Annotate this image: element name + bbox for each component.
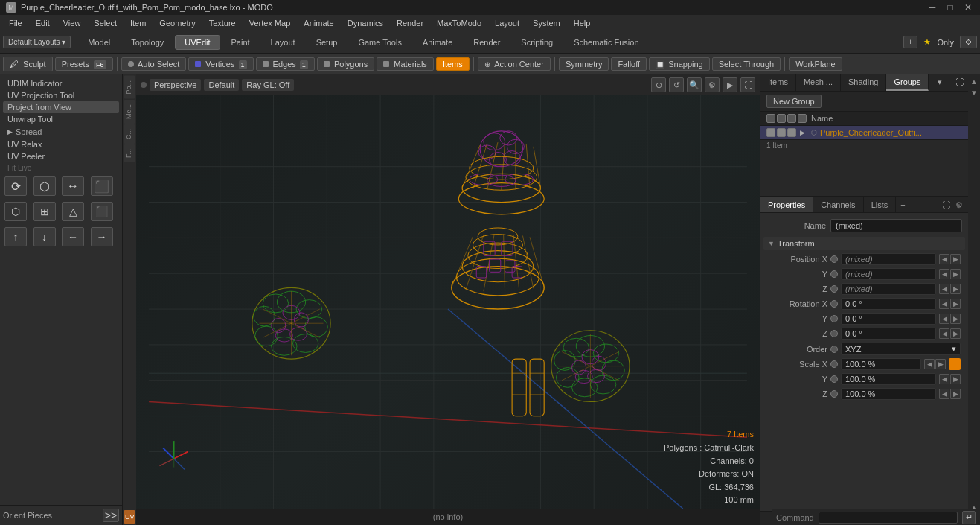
menu-system[interactable]: System	[527, 17, 566, 29]
col-vis-2[interactable]	[777, 114, 786, 123]
tab-uvedit[interactable]: UVEdit	[175, 35, 220, 50]
rp-tab-plus[interactable]: ▾	[933, 74, 947, 91]
scale-z-prev[interactable]: ◀	[939, 389, 949, 399]
add-layout-btn[interactable]: +	[903, 36, 918, 48]
viewport-icon-1[interactable]: ⊙	[651, 77, 666, 92]
pos-z-prev[interactable]: ◀	[939, 284, 949, 294]
menu-view[interactable]: View	[57, 17, 87, 29]
edges-btn[interactable]: Edges 1	[256, 57, 315, 71]
scale-x-circle[interactable]	[830, 360, 838, 368]
tool-icon-2[interactable]: ⬡	[33, 176, 56, 196]
menu-item[interactable]: Item	[124, 17, 152, 29]
rstrip-btn-1[interactable]: ▲	[969, 76, 979, 86]
scale-y-circle[interactable]	[830, 375, 838, 383]
viewport-icon-search[interactable]: 🔍	[687, 77, 702, 92]
snapping-btn[interactable]: 🔲 Snapping	[649, 57, 710, 71]
scale-x-next[interactable]: ▶	[935, 359, 946, 369]
tool-icon-5[interactable]: ⬡	[4, 202, 27, 221]
rp-tab-groups[interactable]: Groups	[886, 74, 929, 91]
rot-y-prev[interactable]: ◀	[939, 314, 949, 324]
rstrip-btn-2[interactable]: ▼	[969, 87, 979, 98]
tool-icon-3[interactable]: ↔	[62, 176, 84, 196]
raygl-label[interactable]: Ray GL: Off	[242, 79, 294, 91]
position-y-value[interactable]: (mixed)	[841, 268, 936, 280]
tab-setup[interactable]: Setup	[307, 35, 348, 50]
scale-y-value[interactable]: 100.0 %	[841, 373, 936, 385]
polygons-btn[interactable]: Polygons	[317, 57, 374, 71]
menu-vertex-map[interactable]: Vertex Map	[243, 17, 297, 29]
scale-y-prev[interactable]: ◀	[939, 374, 949, 384]
viewport-icon-2[interactable]: ↺	[669, 77, 684, 92]
default-label[interactable]: Default	[204, 79, 239, 91]
tool-icon-8[interactable]: ⬛	[91, 202, 113, 221]
arrow-up-icon[interactable]: ↑	[4, 227, 27, 246]
arrow-down-icon[interactable]: ↓	[33, 227, 56, 246]
command-input[interactable]	[819, 512, 958, 524]
menu-layout[interactable]: Layout	[489, 17, 525, 29]
menu-dynamics[interactable]: Dynamics	[342, 17, 389, 29]
default-layouts-dropdown[interactable]: Default Layouts ▾	[3, 36, 71, 48]
menu-edit[interactable]: Edit	[30, 17, 56, 29]
rot-x-next[interactable]: ▶	[950, 299, 961, 309]
menu-maxtomode[interactable]: MaxToModo	[431, 17, 487, 29]
arrow-left-icon[interactable]: ←	[62, 227, 84, 246]
uv-projection-tool-item[interactable]: UV Projection Tool	[3, 89, 119, 101]
pos-x-next[interactable]: ▶	[950, 254, 961, 264]
menu-texture[interactable]: Texture	[203, 17, 242, 29]
unwrap-tool-item[interactable]: Unwrap Tool	[3, 113, 119, 125]
menu-geometry[interactable]: Geometry	[153, 17, 201, 29]
close-btn[interactable]: ✕	[962, 2, 974, 13]
arrow-right-icon[interactable]: →	[91, 227, 113, 246]
tab-paint[interactable]: Paint	[222, 35, 260, 50]
col-vis-1[interactable]	[766, 114, 775, 123]
menu-select[interactable]: Select	[88, 17, 123, 29]
fit-live-item[interactable]: Fit Live	[3, 162, 119, 174]
rp-expand-btn[interactable]: ⛶	[951, 74, 968, 91]
udim-indicator-item[interactable]: UDIM Indicator	[3, 77, 119, 89]
tool-icon-6[interactable]: ⊞	[33, 202, 56, 221]
pos-x-circle[interactable]	[830, 255, 838, 263]
rp-tab-items[interactable]: Items	[760, 74, 796, 91]
pos-y-prev[interactable]: ◀	[939, 269, 949, 279]
new-group-button[interactable]: New Group	[766, 95, 822, 108]
pos-x-prev[interactable]: ◀	[939, 254, 949, 264]
rotation-x-value[interactable]: 0.0 °	[841, 298, 936, 310]
tab-layout[interactable]: Layout	[261, 35, 305, 50]
perspective-label[interactable]: Perspective	[150, 79, 201, 91]
rot-x-circle[interactable]	[830, 300, 838, 308]
viewport-expand[interactable]: ⛶	[740, 77, 755, 92]
falloff-btn[interactable]: Falloff	[611, 57, 647, 71]
prop-icon-1[interactable]: ⛶	[940, 199, 952, 211]
project-from-view-item[interactable]: Project from View	[3, 101, 119, 113]
auto-select-btn[interactable]: Auto Select	[121, 57, 187, 71]
scale-x-value[interactable]: 100.0 %	[841, 358, 921, 370]
menu-file[interactable]: File	[3, 17, 28, 29]
viewport-icon-settings[interactable]: ⚙	[705, 77, 720, 92]
spread-header[interactable]: ▶ Spread	[3, 125, 119, 139]
tool-icon-4[interactable]: ⬛	[91, 176, 113, 196]
maximize-btn[interactable]: □	[944, 2, 956, 13]
items-btn[interactable]: Items	[436, 57, 470, 71]
row-vis-2[interactable]	[777, 128, 786, 137]
vertices-btn[interactable]: Vertices 1	[188, 57, 253, 71]
tab-topology[interactable]: Topology	[121, 35, 173, 50]
position-x-value[interactable]: (mixed)	[841, 253, 936, 265]
viewport-icon-play[interactable]: ▶	[723, 77, 737, 92]
rot-z-circle[interactable]	[830, 330, 838, 337]
row-vis-3[interactable]	[787, 128, 796, 137]
col-vis-3[interactable]	[787, 114, 796, 123]
symmetry-btn[interactable]: Symmetry	[559, 57, 609, 71]
tab-animate[interactable]: Animate	[413, 35, 462, 50]
rotation-z-value[interactable]: 0.0 °	[841, 328, 936, 340]
scale-y-next[interactable]: ▶	[950, 374, 961, 384]
minimize-btn[interactable]: ─	[926, 2, 938, 13]
presets-btn[interactable]: Presets F6	[55, 57, 113, 71]
order-circle[interactable]	[830, 346, 838, 353]
more-btn[interactable]: >>	[103, 509, 119, 522]
scale-z-circle[interactable]	[830, 390, 838, 398]
uv-peeler-item[interactable]: UV Peeler	[3, 150, 119, 162]
rot-y-circle[interactable]	[830, 315, 838, 322]
vtab-uv[interactable]: UV	[124, 510, 135, 524]
tab-scripting[interactable]: Scripting	[511, 35, 563, 50]
vtab-f[interactable]: F...	[124, 144, 135, 162]
